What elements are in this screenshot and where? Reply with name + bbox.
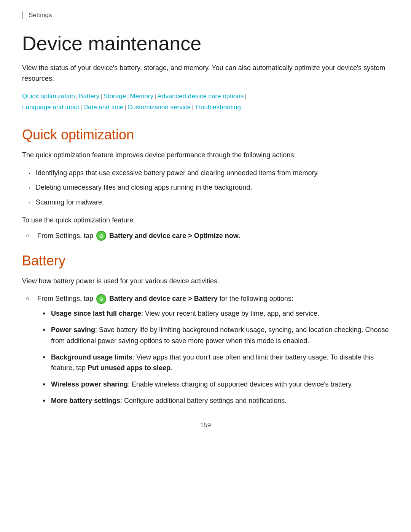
page-number: 159 bbox=[22, 422, 389, 429]
list-item: Background usage limits: View apps that … bbox=[37, 352, 389, 374]
quick-optimization-intro: The quick optimization feature improves … bbox=[22, 150, 389, 161]
quick-optimization-steps: From Settings, tap Battery and device ca… bbox=[22, 230, 389, 241]
list-item: Deleting unnecessary files and closing a… bbox=[22, 182, 389, 193]
sep2: | bbox=[100, 93, 102, 100]
nav-language[interactable]: Language and input bbox=[22, 104, 79, 111]
battery-step-bold: Battery and device care > Battery bbox=[109, 295, 218, 302]
bullet-label: Background usage limits bbox=[51, 353, 132, 361]
sep7: | bbox=[125, 104, 126, 111]
list-item: Power saving: Save battery life by limit… bbox=[37, 324, 389, 347]
list-item: From Settings, tap Battery and device ca… bbox=[22, 230, 389, 241]
nav-customization[interactable]: Customization service bbox=[127, 104, 191, 111]
step-prefix: From Settings, tap bbox=[37, 232, 95, 240]
sep1: | bbox=[76, 93, 78, 100]
sep3: | bbox=[127, 93, 129, 100]
breadcrumb-text: Settings bbox=[29, 11, 52, 19]
intro-paragraph: View the status of your device's battery… bbox=[22, 63, 389, 84]
battery-steps: From Settings, tap Battery and device ca… bbox=[22, 293, 389, 406]
list-item: More battery settings: Configure additio… bbox=[37, 395, 389, 406]
nav-quick-optimization[interactable]: Quick optimization bbox=[22, 93, 75, 100]
battery-step-suffix: for the following options: bbox=[220, 295, 293, 302]
page-container: Settings Device maintenance View the sta… bbox=[0, 0, 411, 532]
nav-advanced[interactable]: Advanced device care options bbox=[157, 93, 244, 100]
battery-sub-bullets: Usage since last full charge: View your … bbox=[37, 308, 389, 406]
bullet-label: Wireless power sharing bbox=[51, 380, 128, 388]
settings-icon bbox=[96, 231, 106, 241]
quick-optimization-step-label: To use the quick optimization feature: bbox=[22, 215, 389, 226]
list-item: Identifying apps that use excessive batt… bbox=[22, 168, 389, 179]
nav-memory[interactable]: Memory bbox=[130, 93, 153, 100]
list-item: Scanning for malware. bbox=[22, 197, 389, 208]
battery-intro: View how battery power is used for your … bbox=[22, 276, 389, 287]
breadcrumb: Settings bbox=[22, 11, 389, 19]
nav-date[interactable]: Date and time bbox=[83, 104, 124, 111]
list-item: From Settings, tap Battery and device ca… bbox=[22, 293, 389, 406]
step-period: . bbox=[239, 232, 241, 240]
sep6: | bbox=[80, 104, 82, 111]
bullet-text: : View your recent battery usage by time… bbox=[141, 310, 319, 317]
nav-links: Quick optimization|Battery|Storage|Memor… bbox=[22, 91, 389, 113]
bullet-label: Usage since last full charge bbox=[51, 310, 141, 317]
nav-troubleshooting[interactable]: Troubleshooting bbox=[195, 104, 241, 111]
list-item: Usage since last full charge: View your … bbox=[37, 308, 389, 319]
quick-optimization-bullets: Identifying apps that use excessive batt… bbox=[22, 168, 389, 208]
list-item: Wireless power sharing: Enable wireless … bbox=[37, 379, 389, 390]
battery-title: Battery bbox=[22, 253, 389, 269]
quick-optimization-section: Quick optimization The quick optimizatio… bbox=[22, 127, 389, 241]
battery-section: Battery View how battery power is used f… bbox=[22, 253, 389, 406]
bullet-text: : Enable wireless charging of supported … bbox=[128, 380, 353, 388]
bullet-label: Power saving bbox=[51, 326, 95, 334]
quick-optimization-title: Quick optimization bbox=[22, 127, 389, 143]
nav-storage[interactable]: Storage bbox=[104, 93, 126, 100]
bullet-label: More battery settings bbox=[51, 397, 120, 404]
bullet-end: . bbox=[170, 364, 172, 372]
settings-icon-battery bbox=[96, 294, 106, 304]
sep8: | bbox=[192, 104, 193, 111]
sep4: | bbox=[155, 93, 156, 100]
page-title: Device maintenance bbox=[22, 33, 389, 54]
battery-step-prefix: From Settings, tap bbox=[37, 295, 95, 302]
nav-battery[interactable]: Battery bbox=[79, 93, 99, 100]
bullet-text: : Configure additional battery settings … bbox=[120, 397, 287, 404]
sep5: | bbox=[245, 93, 246, 100]
bullet-text: : Save battery life by limiting backgrou… bbox=[51, 326, 389, 345]
inline-bold: Put unused apps to sleep bbox=[88, 364, 170, 372]
step-bold: Battery and device care > Optimize now bbox=[109, 232, 239, 240]
